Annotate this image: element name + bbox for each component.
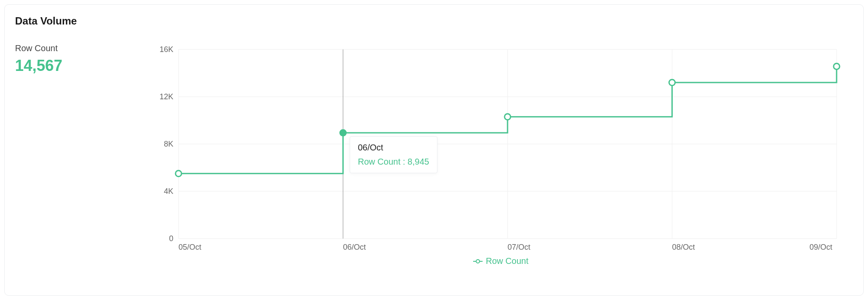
y-tick: 8K [164, 140, 173, 148]
x-tick: 09/Oct [810, 243, 832, 251]
card-title: Data Volume [15, 15, 853, 27]
row-count-chart[interactable]: 0 4K 8K 12K 16K 05/Oct 06/Oct 07/Oct 08/… [148, 41, 845, 264]
chart-legend: Row Count [148, 256, 853, 266]
svg-text:05/Oct: 05/Oct [179, 243, 201, 251]
x-tick: 07/Oct [508, 243, 530, 251]
svg-text:12K: 12K [160, 92, 173, 101]
data-point[interactable] [834, 63, 840, 69]
svg-text:8K: 8K [164, 140, 173, 148]
svg-text:4K: 4K [164, 187, 173, 196]
svg-text:09/Oct: 09/Oct [810, 243, 832, 251]
svg-text:0: 0 [169, 234, 173, 243]
chart-area[interactable]: 0 4K 8K 12K 16K 05/Oct 06/Oct 07/Oct 08/… [148, 41, 853, 264]
line-marker-icon [473, 259, 483, 263]
y-tick: 0 [169, 234, 173, 243]
legend-item[interactable]: Row Count [473, 256, 529, 266]
card-content: Row Count 14,567 [15, 41, 853, 264]
data-point[interactable] [669, 80, 675, 86]
y-tick: 4K [164, 187, 173, 196]
x-tick: 05/Oct [179, 243, 201, 251]
legend-label: Row Count [486, 256, 529, 266]
y-tick: 16K [160, 45, 173, 54]
stat-value: 14,567 [15, 57, 148, 75]
y-tick: 12K [160, 92, 173, 101]
svg-text:06/Oct: 06/Oct [343, 243, 366, 251]
svg-point-11 [476, 260, 480, 263]
data-point[interactable] [505, 114, 511, 120]
data-point[interactable] [175, 171, 182, 177]
x-tick: 06/Oct [343, 243, 366, 251]
svg-text:08/Oct: 08/Oct [672, 243, 695, 251]
svg-text:07/Oct: 07/Oct [508, 243, 530, 251]
svg-text:16K: 16K [160, 45, 173, 54]
summary-stat: Row Count 14,567 [15, 41, 148, 264]
x-tick: 08/Oct [672, 243, 695, 251]
stat-label: Row Count [15, 43, 148, 53]
data-point-active[interactable] [340, 130, 346, 136]
data-volume-card: Data Volume Row Count 14,567 [4, 4, 864, 296]
